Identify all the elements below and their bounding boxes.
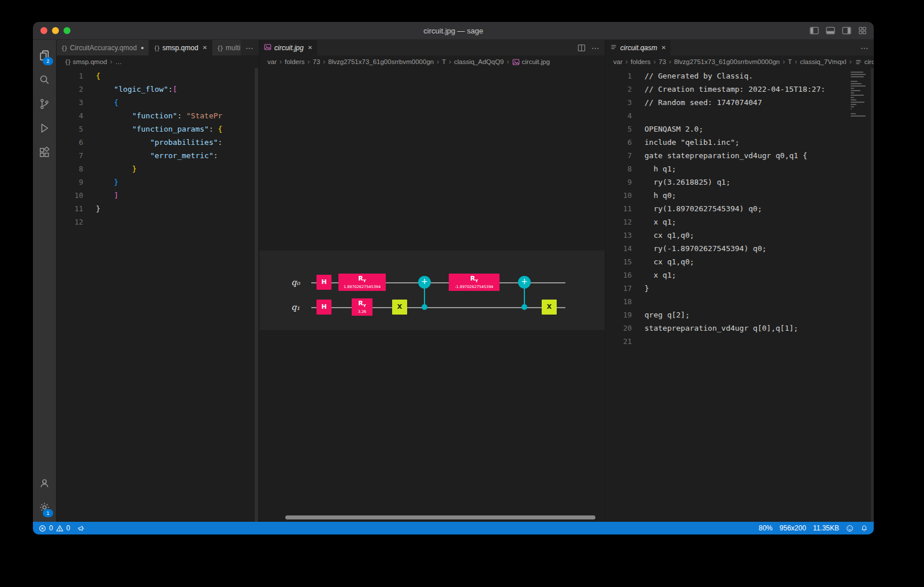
explorer-icon[interactable]: 2: [33, 43, 56, 68]
line-number: 14: [605, 242, 632, 255]
image-zoom[interactable]: 80%: [759, 522, 773, 534]
accounts-icon[interactable]: [33, 471, 56, 495]
image-preview[interactable]: q₀q₁HRY1.89702627545394+RY-1.89702627545…: [259, 68, 605, 522]
breadcrumb-label: classiq_AdQqQ9: [454, 58, 504, 65]
minimap-line: [851, 76, 864, 77]
breadcrumb-label: classiq_7VmqxI: [800, 58, 847, 65]
breadcrumb-item[interactable]: T: [788, 58, 792, 65]
code-text: // Creation timestamp: 2022-04-15T18:27:: [644, 83, 825, 96]
chevron-right-icon: ›: [110, 58, 112, 66]
breadcrumb-item[interactable]: T: [442, 58, 446, 65]
editor-group-3: circuit.qasm✕ ⋯ var›folders›73›8lvzg2751…: [605, 40, 874, 522]
maximize-window-button[interactable]: [64, 27, 70, 34]
split-editor-icon[interactable]: [578, 44, 586, 52]
code-text: "probabilities":: [96, 136, 227, 149]
image-size: 11.35KB: [813, 522, 839, 534]
gate-name: H: [321, 304, 326, 311]
breadcrumb-item[interactable]: var: [267, 58, 277, 65]
more-actions-button[interactable]: ⋯: [245, 43, 254, 53]
code-line: 11}: [57, 202, 259, 215]
title-bar[interactable]: circuit.jpg — sage: [33, 22, 874, 40]
breadcrumb: var›folders›73›8lvzg2751x73_61g00srrbvm0…: [605, 55, 874, 68]
braces-file-icon: {}: [61, 44, 67, 52]
settings-gear-icon[interactable]: 1: [33, 495, 56, 519]
code-line: 10 ]: [57, 189, 259, 202]
code-text: "error_metric":: [96, 149, 222, 162]
close-window-button[interactable]: [40, 27, 47, 34]
more-actions-button[interactable]: ⋯: [860, 43, 869, 53]
line-number: 6: [605, 136, 632, 149]
search-icon[interactable]: [33, 68, 56, 92]
breadcrumb-item[interactable]: circuit.jpg: [512, 58, 550, 66]
line-number: 2: [57, 83, 83, 96]
chevron-right-icon: ›: [308, 58, 310, 66]
code-text: cx q1,q0;: [644, 255, 694, 268]
breadcrumb-item[interactable]: folders: [285, 58, 305, 65]
scrollbar[interactable]: [255, 68, 258, 522]
code-text: {: [96, 96, 118, 109]
breadcrumb-label: T: [442, 58, 446, 65]
toggle-secondary-sidebar-icon[interactable]: [842, 27, 851, 35]
code-text: }: [96, 202, 100, 215]
close-icon[interactable]: ✕: [661, 44, 666, 51]
breadcrumb-item[interactable]: var: [613, 58, 623, 65]
minimap-line: [851, 85, 866, 87]
code-line: 1{: [57, 69, 259, 83]
breadcrumb-item[interactable]: classiq_AdQqQ9: [454, 58, 504, 65]
line-number: 3: [605, 96, 632, 109]
tab-smsp-qmod[interactable]: {}smsp.qmod✕: [149, 40, 212, 55]
breadcrumb-item[interactable]: 73: [659, 58, 666, 65]
horizontal-scrollbar[interactable]: [285, 515, 595, 519]
toggle-primary-sidebar-icon[interactable]: [810, 27, 819, 35]
code-line: 14 ry(-1.89702627545394) q0;: [605, 242, 874, 255]
json-editor[interactable]: 1{2 "logic_flow":[3 {4 "function": "Stat…: [57, 68, 259, 522]
announcement-icon[interactable]: [77, 522, 85, 534]
bell-icon[interactable]: [860, 522, 868, 534]
code-line: 10 h q0;: [605, 189, 874, 202]
breadcrumb-item[interactable]: 8lvzg2751x73_61g00srrbvm0000gn: [328, 58, 434, 65]
minimap[interactable]: [851, 72, 868, 119]
qasm-editor[interactable]: 1// Generated by Classiq.2// Creation ti…: [605, 68, 874, 522]
breadcrumb-item[interactable]: folders: [631, 58, 651, 65]
chevron-right-icon: ›: [783, 58, 785, 66]
scrollbar[interactable]: [871, 68, 874, 522]
source-control-icon[interactable]: [33, 92, 56, 116]
qubit-label: q₀: [279, 276, 300, 289]
line-number: 11: [57, 202, 83, 215]
feedback-icon[interactable]: [846, 522, 854, 534]
breadcrumb-item[interactable]: 8lvzg2751x73_61g00srrbvm0000gn: [674, 58, 780, 65]
tab-circuit-qasm[interactable]: circuit.qasm✕: [605, 40, 671, 55]
customize-layout-icon[interactable]: [858, 27, 867, 35]
tab-circuitaccuracy-qmod[interactable]: {}CircuitAccuracy.qmod●: [57, 40, 149, 55]
breadcrumb-item[interactable]: {}smsp.qmod: [65, 58, 107, 65]
more-actions-button[interactable]: ⋯: [591, 43, 600, 53]
breadcrumb-item[interactable]: circu: [855, 58, 874, 66]
line-number: 9: [57, 175, 83, 189]
extensions-icon[interactable]: [33, 140, 56, 164]
code-line: 1// Generated by Classiq.: [605, 69, 874, 83]
toggle-panel-icon[interactable]: [826, 27, 835, 35]
line-number: 10: [605, 189, 632, 202]
code-text: ]: [96, 189, 118, 202]
minimap-line: [851, 106, 854, 107]
breadcrumb-item[interactable]: …: [115, 58, 122, 65]
close-icon[interactable]: ✕: [308, 44, 312, 51]
code-line: 6include "qelib1.inc";: [605, 136, 874, 149]
chevron-right-icon: ›: [625, 58, 628, 66]
problems-indicator[interactable]: 0 0: [39, 522, 70, 534]
breadcrumb-item[interactable]: classiq_7VmqxI: [800, 58, 847, 65]
tab-label: circuit.jpg: [274, 44, 304, 52]
code-text: }: [96, 175, 118, 189]
line-number: 8: [605, 162, 632, 175]
editor-group-2: circuit.jpg✕ ⋯ var›folders›73›8lvzg2751x…: [259, 40, 605, 522]
desktop-background: circuit.jpg — sage 2: [0, 0, 924, 587]
code-line: 8 }: [57, 162, 259, 175]
run-debug-icon[interactable]: [33, 116, 56, 140]
chevron-right-icon: ›: [669, 58, 671, 66]
minimize-window-button[interactable]: [52, 27, 59, 34]
tab-multi-[interactable]: {}multi…: [213, 40, 241, 55]
tab-circuit-jpg[interactable]: circuit.jpg✕: [259, 40, 318, 55]
breadcrumb-item[interactable]: 73: [313, 58, 321, 65]
close-icon[interactable]: ✕: [202, 44, 207, 51]
window-controls: [40, 22, 70, 39]
